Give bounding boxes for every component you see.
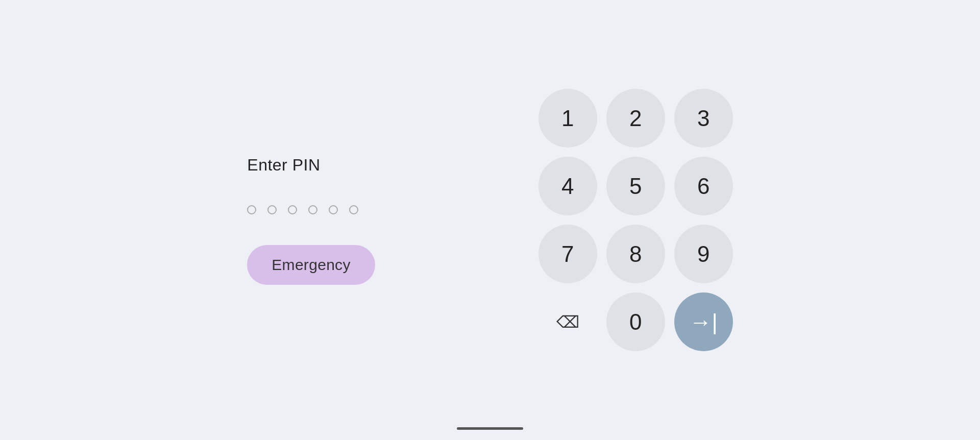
key-5[interactable]: 5 <box>606 157 665 215</box>
keypad: 1 2 3 4 5 6 7 8 9 ⌫ 0 →| <box>538 89 733 351</box>
key-9[interactable]: 9 <box>674 225 733 283</box>
backspace-icon: ⌫ <box>556 312 579 332</box>
keypad-row-4: ⌫ 0 →| <box>538 292 733 351</box>
keypad-row-3: 7 8 9 <box>538 225 733 283</box>
enter-pin-label: Enter PIN <box>247 156 320 175</box>
pin-dot-1 <box>247 205 256 214</box>
pin-dot-3 <box>288 205 297 214</box>
emergency-button[interactable]: Emergency <box>247 245 375 285</box>
key-7[interactable]: 7 <box>538 225 597 283</box>
left-panel: Enter PIN Emergency <box>247 156 375 285</box>
pin-dot-4 <box>308 205 317 214</box>
lock-screen: Enter PIN Emergency 1 2 3 4 5 6 7 8 9 <box>0 0 980 440</box>
pin-dot-5 <box>329 205 338 214</box>
key-8[interactable]: 8 <box>606 225 665 283</box>
key-6[interactable]: 6 <box>674 157 733 215</box>
key-1[interactable]: 1 <box>538 89 597 148</box>
key-3[interactable]: 3 <box>674 89 733 148</box>
keypad-row-2: 4 5 6 <box>538 157 733 215</box>
pin-dot-2 <box>267 205 277 214</box>
key-4[interactable]: 4 <box>538 157 597 215</box>
pin-dot-6 <box>349 205 358 214</box>
backspace-button[interactable]: ⌫ <box>538 292 597 351</box>
home-indicator <box>457 427 523 430</box>
key-0[interactable]: 0 <box>606 292 665 351</box>
keypad-row-1: 1 2 3 <box>538 89 733 148</box>
pin-dots <box>247 205 358 214</box>
confirm-button[interactable]: →| <box>674 292 733 351</box>
confirm-arrow-icon: →| <box>690 309 718 335</box>
key-2[interactable]: 2 <box>606 89 665 148</box>
